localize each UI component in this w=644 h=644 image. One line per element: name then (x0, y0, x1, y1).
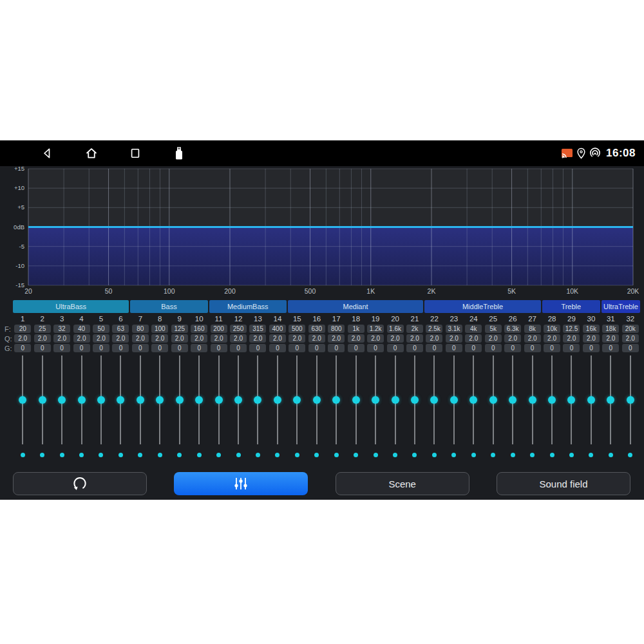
gain-value-chip[interactable]: 0 (34, 344, 51, 352)
recents-button[interactable] (128, 146, 142, 160)
q-value-chip[interactable]: 2.0 (563, 334, 580, 343)
freq-value-chip[interactable]: 800 (328, 325, 345, 333)
gain-value-chip[interactable]: 0 (504, 344, 521, 352)
gain-slider[interactable] (150, 355, 169, 444)
reset-button[interactable] (13, 472, 147, 495)
slider-knob[interactable] (19, 396, 26, 404)
q-value-chip[interactable]: 2.0 (289, 334, 305, 343)
gain-slider[interactable] (170, 355, 189, 444)
back-button[interactable] (41, 146, 55, 160)
slider-knob[interactable] (176, 396, 184, 404)
slider-knob[interactable] (254, 396, 261, 404)
q-value-chip[interactable]: 2.0 (465, 334, 482, 343)
slider-knob[interactable] (117, 396, 124, 404)
slider-knob[interactable] (392, 396, 399, 404)
gain-slider[interactable] (13, 355, 32, 444)
home-button[interactable] (84, 146, 99, 160)
q-value-chip[interactable]: 2.0 (524, 334, 541, 343)
q-value-chip[interactable]: 2.0 (151, 334, 168, 343)
gain-value-chip[interactable]: 0 (367, 344, 384, 352)
equalizer-button[interactable] (174, 472, 308, 495)
gain-value-chip[interactable]: 0 (387, 344, 404, 352)
gain-value-chip[interactable]: 0 (14, 344, 31, 352)
gain-value-chip[interactable]: 0 (465, 344, 482, 352)
slider-knob[interactable] (215, 396, 223, 404)
freq-value-chip[interactable]: 10k (544, 325, 560, 333)
slider-knob[interactable] (58, 396, 66, 404)
gain-value-chip[interactable]: 0 (73, 344, 90, 352)
gain-slider[interactable] (71, 355, 91, 444)
gain-slider[interactable] (209, 355, 228, 444)
freq-value-chip[interactable]: 3.1k (446, 325, 462, 333)
gain-slider[interactable] (229, 355, 248, 444)
q-value-chip[interactable]: 2.0 (132, 334, 149, 343)
q-value-chip[interactable]: 2.0 (622, 334, 639, 343)
gain-value-chip[interactable]: 0 (622, 344, 639, 352)
gain-slider[interactable] (327, 355, 346, 444)
gain-slider[interactable] (189, 355, 209, 444)
slider-knob[interactable] (587, 396, 595, 404)
slider-knob[interactable] (607, 396, 614, 404)
freq-value-chip[interactable]: 8k (524, 325, 541, 333)
q-value-chip[interactable]: 2.0 (583, 334, 600, 343)
band-label-ultrabass[interactable]: UltraBass (13, 300, 129, 313)
slider-knob[interactable] (39, 396, 46, 404)
freq-value-chip[interactable]: 1k (348, 325, 365, 333)
gain-slider[interactable] (444, 355, 464, 444)
q-value-chip[interactable]: 2.0 (269, 334, 286, 343)
gain-value-chip[interactable]: 0 (524, 344, 541, 352)
gain-value-chip[interactable]: 0 (426, 344, 442, 352)
slider-knob[interactable] (78, 396, 86, 404)
gain-slider[interactable] (503, 355, 522, 444)
gain-value-chip[interactable]: 0 (485, 344, 502, 352)
gain-value-chip[interactable]: 0 (53, 344, 70, 352)
q-value-chip[interactable]: 2.0 (602, 334, 619, 343)
gain-slider[interactable] (542, 355, 562, 444)
gain-value-chip[interactable]: 0 (93, 344, 109, 352)
q-value-chip[interactable]: 2.0 (308, 334, 325, 343)
slider-knob[interactable] (567, 396, 575, 404)
gain-slider[interactable] (484, 355, 503, 444)
gain-value-chip[interactable]: 0 (328, 344, 345, 352)
freq-value-chip[interactable]: 50 (93, 325, 109, 333)
gain-slider[interactable] (385, 355, 404, 444)
q-value-chip[interactable]: 2.0 (34, 334, 51, 343)
gain-value-chip[interactable]: 0 (269, 344, 286, 352)
gain-value-chip[interactable]: 0 (406, 344, 423, 352)
slider-knob[interactable] (548, 396, 556, 404)
freq-value-chip[interactable]: 12.5 (563, 325, 580, 333)
q-value-chip[interactable]: 2.0 (191, 334, 207, 343)
q-value-chip[interactable]: 2.0 (446, 334, 462, 343)
gain-value-chip[interactable]: 0 (446, 344, 462, 352)
freq-value-chip[interactable]: 400 (269, 325, 286, 333)
slider-knob[interactable] (293, 396, 301, 404)
freq-value-chip[interactable]: 250 (230, 325, 247, 333)
band-label-mediant[interactable]: Mediant (288, 300, 423, 313)
gain-slider[interactable] (582, 355, 601, 444)
gain-value-chip[interactable]: 0 (348, 344, 365, 352)
slider-knob[interactable] (156, 396, 164, 404)
freq-value-chip[interactable]: 5k (485, 325, 502, 333)
gain-slider[interactable] (52, 355, 71, 444)
slider-knob[interactable] (411, 396, 419, 404)
q-value-chip[interactable]: 2.0 (53, 334, 70, 343)
freq-value-chip[interactable]: 18k (602, 325, 619, 333)
sound-field-button[interactable]: Sound field (497, 472, 630, 495)
gain-value-chip[interactable]: 0 (563, 344, 580, 352)
freq-value-chip[interactable]: 20 (14, 325, 31, 333)
q-value-chip[interactable]: 2.0 (211, 334, 227, 343)
freq-value-chip[interactable]: 100 (151, 325, 168, 333)
gain-slider[interactable] (346, 355, 365, 444)
slider-knob[interactable] (137, 396, 144, 404)
gain-slider[interactable] (307, 355, 327, 444)
gain-value-chip[interactable]: 0 (171, 344, 188, 352)
slider-knob[interactable] (332, 396, 340, 404)
gain-slider[interactable] (287, 355, 307, 444)
gain-slider[interactable] (621, 355, 640, 444)
q-value-chip[interactable]: 2.0 (230, 334, 247, 343)
gain-slider[interactable] (405, 355, 424, 444)
q-value-chip[interactable]: 2.0 (328, 334, 345, 343)
q-value-chip[interactable]: 2.0 (348, 334, 365, 343)
freq-value-chip[interactable]: 630 (308, 325, 325, 333)
freq-value-chip[interactable]: 200 (211, 325, 227, 333)
